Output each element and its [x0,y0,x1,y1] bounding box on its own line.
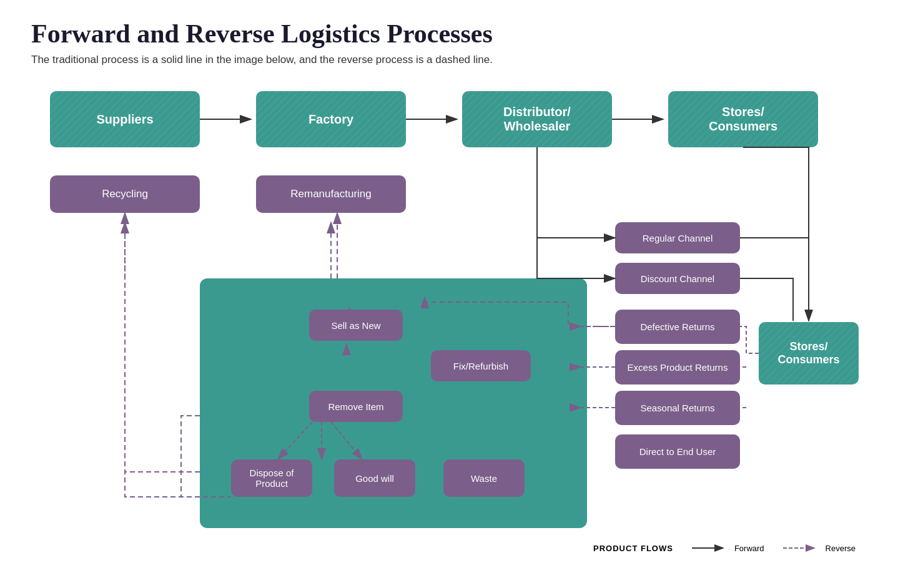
waste-box: Waste [443,459,525,497]
regular-channel-box: Regular Channel [615,222,740,253]
legend-title: PRODUCT FLOWS [593,544,673,553]
excess-returns-box: Excess Product Returns [615,350,740,385]
page-title: Forward and Reverse Logistics Processes [31,19,867,49]
sell-new-box: Sell as New [309,310,403,341]
subtitle: The traditional process is a solid line … [31,54,867,66]
direct-end-user-box: Direct to End User [615,434,740,469]
legend-forward: Forward [692,543,764,553]
stores-right-box: Stores/ Consumers [759,322,859,385]
diagram: Suppliers Factory Distributor/ Wholesale… [31,85,868,559]
legend-reverse: Reverse [783,543,856,553]
defective-returns-box: Defective Returns [615,310,740,344]
discount-channel-box: Discount Channel [615,263,740,294]
dispose-box: Dispose of Product [231,459,312,497]
seasonal-returns-box: Seasonal Returns [615,391,740,425]
goodwill-box: Good will [334,459,415,497]
stores-top-box: Stores/ Consumers [668,91,818,147]
legend: PRODUCT FLOWS Forward [593,543,856,553]
factory-box: Factory [256,91,406,147]
remanufacturing-box: Remanufacturing [256,175,406,213]
teal-panel: Sell as New Fix/Refurbish Remove Item Di… [200,278,587,528]
distributor-box: Distributor/ Wholesaler [462,91,612,147]
recycling-box: Recycling [50,175,200,213]
remove-item-box: Remove Item [309,391,403,422]
fix-refurbish-box: Fix/Refurbish [431,350,531,381]
suppliers-box: Suppliers [50,91,200,147]
